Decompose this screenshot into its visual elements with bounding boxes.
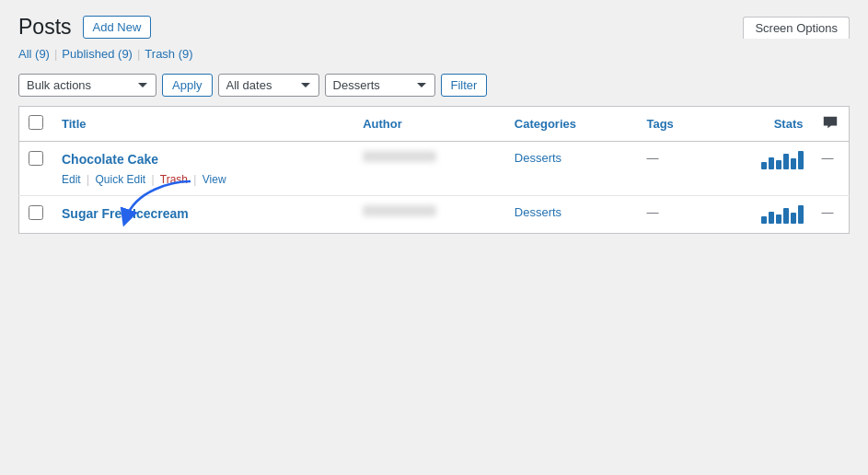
row2-checkbox[interactable] xyxy=(29,205,43,220)
page-wrapper: Posts Add New Screen Options All (9) | P… xyxy=(0,0,868,475)
screen-options-button[interactable]: Screen Options xyxy=(743,17,850,39)
published-count: (9) xyxy=(118,47,133,61)
posts-table: Title Author Categories Tags Stats xyxy=(18,106,850,234)
comment-icon xyxy=(822,114,840,133)
row2-stats-bars xyxy=(722,205,804,224)
stats-col-label: Stats xyxy=(774,117,804,131)
table-row: Sugar Free Icecream Desserts — xyxy=(19,195,850,233)
add-new-button[interactable]: Add New xyxy=(83,16,152,39)
row1-quick-edit-link[interactable]: Quick Edit xyxy=(96,173,146,186)
stats-col-header: Stats xyxy=(712,107,813,142)
row1-checkbox[interactable] xyxy=(29,151,43,166)
row2-title-link[interactable]: Sugar Free Icecream xyxy=(62,205,344,224)
dates-select[interactable]: All dates xyxy=(218,74,319,97)
comments-col-header xyxy=(813,107,850,142)
filter-button[interactable]: Filter xyxy=(441,74,488,97)
bar xyxy=(783,208,789,224)
page-title-row: Posts Add New xyxy=(18,15,151,40)
row1-tags-cell: — xyxy=(637,142,712,196)
row2-title-cell: Sugar Free Icecream xyxy=(52,195,353,233)
categories-col-header: Categories xyxy=(505,107,638,142)
row1-stats-cell xyxy=(712,142,813,196)
row2-comments-cell: — xyxy=(813,195,850,233)
row1-trash-link[interactable]: Trash xyxy=(160,173,188,186)
author-col-header: Author xyxy=(353,107,505,142)
table-head: Title Author Categories Tags Stats xyxy=(19,107,850,142)
tags-col-header: Tags xyxy=(637,107,712,142)
row1-category-link[interactable]: Desserts xyxy=(515,151,561,165)
page-title: Posts xyxy=(18,15,72,40)
row2-tags-dash: — xyxy=(646,205,658,219)
sep-1: | xyxy=(54,47,57,61)
trash-count: (9) xyxy=(179,47,193,61)
bulk-actions-select[interactable]: Bulk actions xyxy=(18,74,156,97)
bar xyxy=(791,158,796,169)
row2-author-blurred xyxy=(363,205,436,216)
table-nav: Bulk actions Apply All dates Desserts Fi… xyxy=(18,68,850,102)
table-header-row: Title Author Categories Tags Stats xyxy=(19,107,850,142)
page-header: Posts Add New Screen Options xyxy=(18,15,850,40)
title-col-label: Title xyxy=(62,117,87,131)
select-all-checkbox[interactable] xyxy=(29,115,43,130)
row1-actions: Edit | Quick Edit | Trash | View xyxy=(62,173,344,186)
apply-button[interactable]: Apply xyxy=(162,74,213,97)
table-body: Chocolate Cake Edit | Quick Edit | Trash… xyxy=(19,142,850,234)
title-col-header: Title xyxy=(52,107,353,142)
status-all-link[interactable]: All (9) xyxy=(18,47,50,61)
table-row: Chocolate Cake Edit | Quick Edit | Trash… xyxy=(19,142,850,196)
sep: | xyxy=(87,173,89,186)
bar xyxy=(769,212,774,224)
row2-category-link[interactable]: Desserts xyxy=(515,205,561,219)
bar xyxy=(783,154,789,169)
all-count: (9) xyxy=(35,47,50,61)
sep: | xyxy=(193,173,196,186)
sep-2: | xyxy=(137,47,140,61)
row1-author-cell xyxy=(353,142,505,196)
author-col-label: Author xyxy=(363,117,402,131)
row1-view-link[interactable]: View xyxy=(203,173,226,186)
row1-comments-cell: — xyxy=(813,142,850,196)
header-right: Screen Options xyxy=(743,17,850,39)
row2-author-cell xyxy=(353,195,505,233)
row1-title-link[interactable]: Chocolate Cake xyxy=(62,151,344,169)
bar xyxy=(761,162,767,169)
status-trash-link[interactable]: Trash (9) xyxy=(145,47,192,61)
row2-stats-cell xyxy=(712,195,813,233)
tags-col-label: Tags xyxy=(646,117,673,131)
bar xyxy=(798,151,804,169)
bar xyxy=(761,216,767,224)
row1-categories-cell: Desserts xyxy=(505,142,638,196)
row2-comments-dash: — xyxy=(822,205,834,219)
arrow-container: Chocolate Cake Edit | Quick Edit | Trash… xyxy=(62,151,344,186)
bar xyxy=(798,205,804,224)
bar xyxy=(776,214,781,224)
category-select[interactable]: Desserts xyxy=(325,74,435,97)
sep: | xyxy=(152,173,155,186)
row1-stats-bars xyxy=(722,151,804,169)
status-published-link[interactable]: Published (9) xyxy=(62,47,133,61)
categories-col-label: Categories xyxy=(515,117,576,131)
row1-tags-dash: — xyxy=(646,151,658,165)
bar xyxy=(776,160,781,169)
row2-tags-cell: — xyxy=(637,195,712,233)
row2-categories-cell: Desserts xyxy=(505,195,638,233)
bar xyxy=(769,157,774,169)
row1-edit-link[interactable]: Edit xyxy=(62,173,81,186)
row1-title-cell: Chocolate Cake Edit | Quick Edit | Trash… xyxy=(52,142,353,196)
row1-author-blurred xyxy=(363,151,436,162)
row1-checkbox-cell xyxy=(19,142,53,196)
select-all-col xyxy=(19,107,53,142)
bar xyxy=(791,213,796,224)
row1-comments-dash: — xyxy=(822,151,834,165)
status-filter-nav: All (9) | Published (9) | Trash (9) xyxy=(18,47,850,61)
row2-checkbox-cell xyxy=(19,195,53,233)
